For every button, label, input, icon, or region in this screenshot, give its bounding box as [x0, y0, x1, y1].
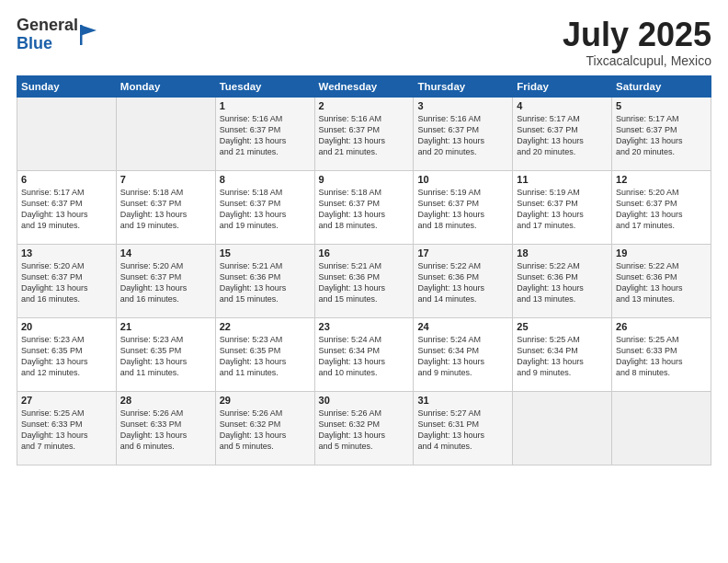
- col-wednesday: Wednesday: [314, 75, 414, 97]
- table-row: [513, 391, 612, 465]
- logo-text: General Blue: [17, 17, 97, 53]
- col-sunday: Sunday: [17, 75, 117, 97]
- day-info: Sunrise: 5:16 AM Sunset: 6:37 PM Dayligh…: [319, 113, 410, 158]
- day-info: Sunrise: 5:23 AM Sunset: 6:35 PM Dayligh…: [220, 334, 311, 379]
- table-row: 19Sunrise: 5:22 AM Sunset: 6:36 PM Dayli…: [612, 244, 711, 317]
- day-info: Sunrise: 5:16 AM Sunset: 6:37 PM Dayligh…: [220, 113, 311, 158]
- table-row: 12Sunrise: 5:20 AM Sunset: 6:37 PM Dayli…: [612, 170, 711, 244]
- logo-wordmark: General Blue: [17, 17, 78, 53]
- day-number: 31: [417, 395, 508, 406]
- table-row: 17Sunrise: 5:22 AM Sunset: 6:36 PM Dayli…: [414, 244, 513, 317]
- day-info: Sunrise: 5:20 AM Sunset: 6:37 PM Dayligh…: [21, 260, 112, 305]
- table-row: 27Sunrise: 5:25 AM Sunset: 6:33 PM Dayli…: [17, 391, 117, 465]
- day-number: 28: [120, 395, 211, 406]
- table-row: [612, 391, 711, 465]
- table-row: 28Sunrise: 5:26 AM Sunset: 6:33 PM Dayli…: [116, 391, 215, 465]
- table-row: 18Sunrise: 5:22 AM Sunset: 6:36 PM Dayli…: [513, 244, 612, 317]
- title-block: July 2025 Tixcacalcupul, Mexico: [563, 17, 711, 68]
- col-thursday: Thursday: [414, 75, 513, 97]
- day-number: 26: [616, 321, 707, 332]
- table-row: 25Sunrise: 5:25 AM Sunset: 6:34 PM Dayli…: [513, 317, 612, 391]
- svg-marker-0: [80, 25, 97, 36]
- table-row: 5Sunrise: 5:17 AM Sunset: 6:37 PM Daylig…: [612, 97, 711, 170]
- day-number: 2: [319, 100, 410, 111]
- table-row: 10Sunrise: 5:19 AM Sunset: 6:37 PM Dayli…: [414, 170, 513, 244]
- day-number: 5: [616, 100, 707, 111]
- calendar-week-row: 13Sunrise: 5:20 AM Sunset: 6:37 PM Dayli…: [17, 244, 711, 317]
- month-title: July 2025: [563, 17, 711, 53]
- day-info: Sunrise: 5:18 AM Sunset: 6:37 PM Dayligh…: [319, 187, 410, 232]
- table-row: 9Sunrise: 5:18 AM Sunset: 6:37 PM Daylig…: [314, 170, 414, 244]
- day-number: 17: [417, 247, 508, 259]
- day-info: Sunrise: 5:18 AM Sunset: 6:37 PM Dayligh…: [120, 187, 211, 232]
- day-number: 3: [417, 100, 508, 111]
- table-row: 3Sunrise: 5:16 AM Sunset: 6:37 PM Daylig…: [414, 97, 513, 170]
- day-info: Sunrise: 5:21 AM Sunset: 6:36 PM Dayligh…: [220, 260, 311, 305]
- location: Tixcacalcupul, Mexico: [563, 53, 711, 68]
- table-row: 15Sunrise: 5:21 AM Sunset: 6:36 PM Dayli…: [215, 244, 314, 317]
- day-info: Sunrise: 5:20 AM Sunset: 6:37 PM Dayligh…: [120, 260, 211, 305]
- day-number: 4: [517, 100, 608, 111]
- table-row: 2Sunrise: 5:16 AM Sunset: 6:37 PM Daylig…: [314, 97, 414, 170]
- day-number: 29: [220, 395, 311, 406]
- day-info: Sunrise: 5:25 AM Sunset: 6:33 PM Dayligh…: [616, 334, 707, 379]
- table-row: 24Sunrise: 5:24 AM Sunset: 6:34 PM Dayli…: [414, 317, 513, 391]
- table-row: 16Sunrise: 5:21 AM Sunset: 6:36 PM Dayli…: [314, 244, 414, 317]
- table-row: 13Sunrise: 5:20 AM Sunset: 6:37 PM Dayli…: [17, 244, 117, 317]
- table-row: 22Sunrise: 5:23 AM Sunset: 6:35 PM Dayli…: [215, 317, 314, 391]
- table-row: 1Sunrise: 5:16 AM Sunset: 6:37 PM Daylig…: [215, 97, 314, 170]
- col-monday: Monday: [116, 75, 215, 97]
- table-row: 31Sunrise: 5:27 AM Sunset: 6:31 PM Dayli…: [414, 391, 513, 465]
- logo: General Blue: [17, 17, 97, 53]
- col-friday: Friday: [513, 75, 612, 97]
- table-row: [17, 97, 117, 170]
- calendar-week-row: 6Sunrise: 5:17 AM Sunset: 6:37 PM Daylig…: [17, 170, 711, 244]
- day-number: 8: [220, 174, 311, 185]
- table-row: 30Sunrise: 5:26 AM Sunset: 6:32 PM Dayli…: [314, 391, 414, 465]
- day-number: 13: [21, 247, 112, 259]
- table-row: 20Sunrise: 5:23 AM Sunset: 6:35 PM Dayli…: [17, 317, 117, 391]
- calendar-week-row: 1Sunrise: 5:16 AM Sunset: 6:37 PM Daylig…: [17, 97, 711, 170]
- table-row: 14Sunrise: 5:20 AM Sunset: 6:37 PM Dayli…: [116, 244, 215, 317]
- day-info: Sunrise: 5:20 AM Sunset: 6:37 PM Dayligh…: [616, 187, 707, 232]
- day-number: 18: [517, 247, 608, 259]
- day-info: Sunrise: 5:19 AM Sunset: 6:37 PM Dayligh…: [417, 187, 508, 232]
- day-info: Sunrise: 5:17 AM Sunset: 6:37 PM Dayligh…: [616, 113, 707, 158]
- day-info: Sunrise: 5:19 AM Sunset: 6:37 PM Dayligh…: [517, 187, 608, 232]
- day-info: Sunrise: 5:22 AM Sunset: 6:36 PM Dayligh…: [517, 260, 608, 305]
- logo-flag-icon: [80, 25, 97, 45]
- day-info: Sunrise: 5:26 AM Sunset: 6:32 PM Dayligh…: [319, 408, 410, 453]
- day-number: 7: [120, 174, 211, 185]
- day-number: 6: [21, 174, 112, 185]
- page: General Blue July 2025 Tixcacalcupul, Me…: [0, 0, 728, 563]
- day-info: Sunrise: 5:16 AM Sunset: 6:37 PM Dayligh…: [417, 113, 508, 158]
- table-row: 7Sunrise: 5:18 AM Sunset: 6:37 PM Daylig…: [116, 170, 215, 244]
- day-info: Sunrise: 5:17 AM Sunset: 6:37 PM Dayligh…: [21, 187, 112, 232]
- day-info: Sunrise: 5:22 AM Sunset: 6:36 PM Dayligh…: [417, 260, 508, 305]
- table-row: 4Sunrise: 5:17 AM Sunset: 6:37 PM Daylig…: [513, 97, 612, 170]
- table-row: 23Sunrise: 5:24 AM Sunset: 6:34 PM Dayli…: [314, 317, 414, 391]
- table-row: 6Sunrise: 5:17 AM Sunset: 6:37 PM Daylig…: [17, 170, 117, 244]
- calendar-table: Sunday Monday Tuesday Wednesday Thursday…: [17, 75, 711, 465]
- day-number: 16: [319, 247, 410, 259]
- day-info: Sunrise: 5:26 AM Sunset: 6:32 PM Dayligh…: [220, 408, 311, 453]
- day-number: 24: [417, 321, 508, 332]
- day-info: Sunrise: 5:23 AM Sunset: 6:35 PM Dayligh…: [120, 334, 211, 379]
- day-number: 1: [220, 100, 311, 111]
- day-info: Sunrise: 5:24 AM Sunset: 6:34 PM Dayligh…: [417, 334, 508, 379]
- day-info: Sunrise: 5:17 AM Sunset: 6:37 PM Dayligh…: [517, 113, 608, 158]
- header: General Blue July 2025 Tixcacalcupul, Me…: [17, 17, 711, 68]
- day-number: 14: [120, 247, 211, 259]
- day-number: 30: [319, 395, 410, 406]
- table-row: 8Sunrise: 5:18 AM Sunset: 6:37 PM Daylig…: [215, 170, 314, 244]
- day-info: Sunrise: 5:27 AM Sunset: 6:31 PM Dayligh…: [417, 408, 508, 453]
- calendar-header-row: Sunday Monday Tuesday Wednesday Thursday…: [17, 75, 711, 97]
- day-number: 12: [616, 174, 707, 185]
- day-info: Sunrise: 5:26 AM Sunset: 6:33 PM Dayligh…: [120, 408, 211, 453]
- day-info: Sunrise: 5:25 AM Sunset: 6:34 PM Dayligh…: [517, 334, 608, 379]
- day-number: 20: [21, 321, 112, 332]
- day-info: Sunrise: 5:22 AM Sunset: 6:36 PM Dayligh…: [616, 260, 707, 305]
- table-row: 21Sunrise: 5:23 AM Sunset: 6:35 PM Dayli…: [116, 317, 215, 391]
- svg-rect-1: [80, 25, 83, 45]
- day-info: Sunrise: 5:23 AM Sunset: 6:35 PM Dayligh…: [21, 334, 112, 379]
